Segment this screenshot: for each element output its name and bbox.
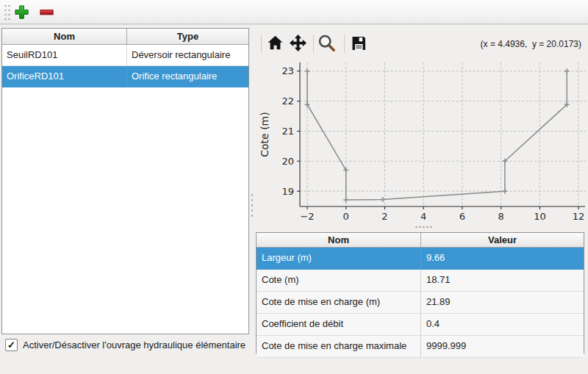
table-row[interactable]: SeuilRD101 Déversoir rectangulaire bbox=[2, 45, 248, 66]
profile-chart[interactable]: 1920212223−2024681012Cote (m) bbox=[259, 57, 588, 228]
toolbar-drag-handle[interactable] bbox=[4, 4, 10, 21]
activate-structure-label: Activer/Désactiver l'ouvrage hydraulique… bbox=[23, 339, 245, 350]
add-structure-button[interactable] bbox=[12, 3, 31, 21]
home-icon bbox=[266, 34, 284, 54]
structures-table-header: Nom Type bbox=[2, 29, 248, 45]
svg-text:0: 0 bbox=[343, 211, 349, 222]
zoom-button[interactable] bbox=[317, 34, 337, 54]
main-toolbar bbox=[0, 0, 588, 24]
pan-button[interactable] bbox=[287, 34, 308, 54]
minus-icon bbox=[38, 4, 55, 21]
parameter-name: Largeur (m) bbox=[257, 248, 421, 269]
toolbar-separator bbox=[344, 35, 345, 53]
svg-text:20: 20 bbox=[282, 156, 294, 167]
save-figure-button[interactable] bbox=[348, 34, 369, 54]
parameter-name: Cote de mise en charge maximale bbox=[257, 336, 421, 357]
parameter-value[interactable]: 18.71 bbox=[421, 270, 584, 291]
activate-structure-row: ✓ Activer/Désactiver l'ouvrage hydrauliq… bbox=[5, 339, 245, 351]
home-view-button[interactable] bbox=[265, 34, 285, 54]
svg-text:22: 22 bbox=[282, 96, 294, 107]
parameter-row[interactable]: Cote (m) 18.71 bbox=[257, 270, 584, 292]
remove-structure-button[interactable] bbox=[37, 3, 56, 21]
parameters-table-header: Nom Valeur bbox=[257, 233, 584, 248]
svg-text:Cote (m): Cote (m) bbox=[259, 112, 270, 157]
plus-icon bbox=[13, 4, 30, 21]
svg-text:−2: −2 bbox=[300, 211, 314, 222]
plot-toolbar: (x = 4.4936, y = 20.0173) bbox=[256, 32, 588, 56]
column-header-nom[interactable]: Nom bbox=[2, 29, 127, 44]
parameter-row[interactable]: Cote de mise en charge (m) 21.89 bbox=[257, 292, 584, 314]
svg-text:12: 12 bbox=[573, 211, 585, 222]
svg-text:19: 19 bbox=[282, 186, 294, 197]
svg-text:6: 6 bbox=[459, 211, 465, 222]
parameter-name: Cote (m) bbox=[257, 270, 421, 291]
parameter-row[interactable]: Cote de mise en charge maximale 9999.999 bbox=[257, 336, 584, 358]
pan-icon bbox=[289, 34, 307, 54]
svg-text:23: 23 bbox=[282, 65, 294, 76]
parameter-value[interactable]: 9999.999 bbox=[421, 336, 584, 357]
parameter-row[interactable]: Coefficient de débit 0.4 bbox=[257, 314, 584, 336]
table-row-selected[interactable]: OrificeRD101 Orifice rectangulaire bbox=[2, 66, 248, 87]
parameter-value[interactable]: 21.89 bbox=[421, 292, 584, 313]
structure-name: OrificeRD101 bbox=[2, 66, 127, 87]
column-header-type[interactable]: Type bbox=[127, 29, 248, 44]
column-header-valeur[interactable]: Valeur bbox=[421, 233, 584, 247]
activate-structure-checkbox[interactable]: ✓ bbox=[5, 339, 18, 351]
toolbar-separator bbox=[261, 35, 262, 53]
svg-text:21: 21 bbox=[282, 126, 294, 137]
structure-name: SeuilRD101 bbox=[2, 45, 127, 65]
structure-type: Déversoir rectangulaire bbox=[127, 45, 248, 65]
svg-text:10: 10 bbox=[534, 211, 546, 222]
svg-text:2: 2 bbox=[381, 211, 387, 222]
parameter-name: Cote de mise en charge (m) bbox=[257, 292, 421, 313]
structure-type: Orifice rectangulaire bbox=[127, 66, 248, 87]
checkmark-icon: ✓ bbox=[7, 339, 15, 350]
cursor-coordinates: (x = 4.4936, y = 20.0173) bbox=[481, 39, 581, 49]
structures-table: Nom Type SeuilRD101 Déversoir rectangula… bbox=[1, 28, 249, 334]
save-icon bbox=[350, 35, 368, 54]
parameter-value[interactable]: 9.66 bbox=[421, 248, 584, 269]
vertical-splitter-handle[interactable] bbox=[251, 193, 254, 217]
column-header-nom[interactable]: Nom bbox=[257, 233, 421, 247]
parameter-row-selected[interactable]: Largeur (m) 9.66 bbox=[257, 248, 584, 270]
parameter-name: Coefficient de débit bbox=[257, 314, 421, 335]
svg-text:8: 8 bbox=[498, 211, 503, 222]
parameter-value[interactable]: 0.4 bbox=[421, 314, 584, 335]
svg-text:4: 4 bbox=[420, 211, 426, 222]
parameters-table: Nom Valeur Largeur (m) 9.66 Cote (m) 18.… bbox=[256, 232, 584, 353]
toolbar-separator bbox=[313, 35, 314, 53]
magnifier-icon bbox=[318, 34, 337, 55]
